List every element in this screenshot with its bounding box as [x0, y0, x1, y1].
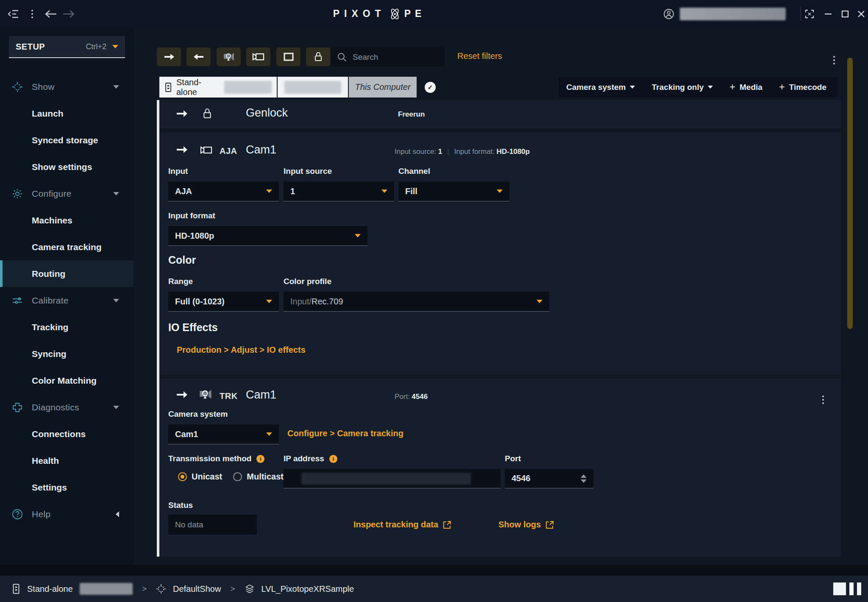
multicast-radio[interactable]: Multicast [233, 472, 284, 482]
ip-address-input[interactable] [284, 469, 501, 488]
search-input[interactable] [352, 52, 428, 62]
user-account-icon[interactable] [660, 0, 677, 28]
tab-this-computer[interactable]: This Computer [349, 77, 417, 98]
layout-main-button[interactable] [833, 582, 846, 595]
sidebar-section-diagnostics[interactable]: Diagnostics [0, 394, 134, 421]
info-icon[interactable]: i [256, 455, 264, 463]
sidebar-section-label: Calibrate [32, 295, 69, 306]
input-source-select[interactable]: 1 [284, 181, 394, 201]
chevron-down-icon [113, 299, 119, 302]
filter-forward-button[interactable] [157, 47, 181, 66]
sidebar-section-help[interactable]: Help [0, 501, 134, 527]
select-value: 1 [290, 187, 295, 196]
filter-frame-button[interactable] [276, 47, 300, 66]
sidebar-item-label: Color Matching [32, 376, 97, 386]
mode-selector[interactable]: SETUP Ctrl+2 [9, 36, 125, 58]
io-effects-heading: IO Effects [168, 321, 218, 334]
maximize-button[interactable] [837, 0, 853, 28]
back-arrow-icon[interactable] [42, 0, 59, 28]
filters-bar: Camera system Tracking only + Media + Ti… [559, 77, 837, 98]
io-summary: Input source: 1 | Input format: HD-1080p [395, 148, 530, 156]
add-timecode-button[interactable]: + Timecode [779, 81, 826, 93]
pixotope-app-window: PIXOT PE [0, 0, 868, 602]
sidebar-item-routing[interactable]: Routing [0, 260, 134, 287]
sidebar-item-synced-storage[interactable]: Synced storage [0, 127, 134, 153]
add-media-button[interactable]: + Media [730, 81, 762, 93]
summary-value: HD-1080p [497, 148, 530, 156]
forward-arrow-icon[interactable] [60, 0, 77, 28]
sliders-icon [12, 295, 23, 306]
field-label: Input [168, 167, 279, 176]
filter-lock-button[interactable] [306, 47, 330, 66]
sidebar-item-camera-tracking[interactable]: Camera tracking [0, 234, 134, 260]
link-label: Show logs [498, 520, 541, 530]
titlebar: PIXOT PE [0, 0, 868, 28]
sidebar-item-syncing[interactable]: Syncing [0, 340, 134, 367]
input-format-select[interactable]: HD-1080p [168, 226, 367, 246]
breadcrumb-machine[interactable]: Stand-alone [27, 584, 73, 594]
layout-panel-button[interactable] [849, 582, 854, 595]
show-logs-link[interactable]: Show logs [498, 520, 554, 530]
sidebar-item-label: Settings [32, 482, 67, 493]
breadcrumb-separator: > [230, 584, 235, 594]
port-input[interactable]: 4546 [505, 469, 593, 488]
tracking-only-filter[interactable]: Tracking only [652, 83, 713, 92]
sidebar-item-color-matching[interactable]: Color Matching [0, 367, 134, 394]
range-select[interactable]: Full (0-1023) [168, 292, 279, 312]
io-effects-link[interactable]: Production > Adjust > IO effects [177, 345, 306, 355]
button-label: Timecode [789, 83, 826, 92]
breadcrumb-level[interactable]: LVL_PixotopeXRSample [262, 584, 354, 594]
collapse-sidebar-icon[interactable] [5, 0, 22, 28]
sidebar-item-tracking[interactable]: Tracking [0, 314, 134, 340]
route-arrow-icon[interactable] [176, 145, 188, 156]
camera-system-select[interactable]: Cam1 [168, 424, 279, 444]
reset-filters-button[interactable]: Reset filters [457, 51, 502, 61]
breadcrumb-show[interactable]: DefaultShow [173, 584, 221, 594]
sidebar-item-connections[interactable]: Connections [0, 421, 134, 447]
panel-title: Cam1 [246, 388, 276, 401]
sidebar-section-show[interactable]: Show [0, 73, 134, 100]
sidebar-item-machines[interactable]: Machines [0, 207, 134, 234]
check-circle-icon: ✓ [425, 82, 436, 93]
channel-select[interactable]: Fill [398, 181, 509, 201]
panel-kebab-icon[interactable] [822, 391, 824, 404]
unicast-radio[interactable]: Unicast [178, 472, 222, 482]
chevron-down-icon [381, 190, 387, 193]
input-select[interactable]: AJA [168, 181, 279, 201]
kebab-menu-icon[interactable] [24, 0, 41, 28]
gear-icon [12, 188, 23, 199]
filter-back-button[interactable] [186, 47, 211, 66]
number-stepper[interactable] [581, 474, 587, 483]
pixotope-logo: PIXOT PE [333, 0, 426, 28]
minimize-button[interactable] [821, 0, 836, 28]
layout-panel-button[interactable] [857, 582, 861, 595]
route-arrow-icon[interactable] [176, 390, 188, 401]
external-link-icon [442, 520, 452, 530]
filter-tracking-button[interactable] [217, 47, 241, 66]
color-profile-select[interactable]: Input/ Rec.709 [284, 292, 549, 312]
radio-label: Unicast [192, 472, 222, 482]
filter-video-button[interactable] [246, 47, 270, 66]
summary-value: 4546 [412, 393, 428, 401]
camera-system-filter[interactable]: Camera system [566, 83, 635, 92]
redacted-tab-text [224, 81, 272, 94]
configure-camera-tracking-link[interactable]: Configure > Camera tracking [287, 429, 403, 438]
sidebar-section-configure[interactable]: Configure [0, 180, 134, 207]
vertical-scrollbar[interactable] [847, 58, 853, 329]
info-icon[interactable]: i [329, 455, 337, 463]
sidebar-item-label: Machines [32, 215, 72, 226]
sidebar-section-calibrate[interactable]: Calibrate [0, 287, 134, 314]
sidebar-item-show-settings[interactable]: Show settings [0, 153, 134, 180]
inspect-tracking-data-link[interactable]: Inspect tracking data [353, 520, 452, 530]
sidebar-item-launch[interactable]: Launch [0, 100, 134, 127]
sidebar-item-health[interactable]: Health [0, 447, 134, 474]
close-button[interactable] [854, 0, 868, 28]
fullscreen-icon[interactable] [802, 0, 817, 28]
tab-stand-alone[interactable]: Stand-alone [159, 77, 277, 98]
search-box [331, 47, 445, 67]
status-value: No data [175, 520, 203, 530]
toolbar-kebab-icon[interactable] [833, 52, 835, 64]
sidebar-item-settings[interactable]: Settings [0, 474, 134, 501]
tab-redacted[interactable] [278, 77, 348, 98]
route-arrow-icon[interactable] [176, 109, 188, 120]
